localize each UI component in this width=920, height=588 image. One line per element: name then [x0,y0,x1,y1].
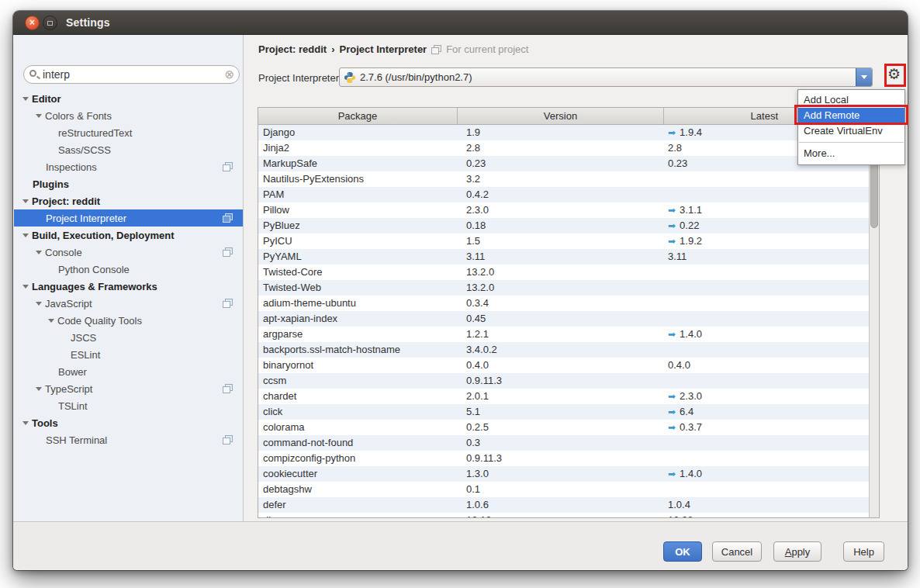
sidebar-item-label: Sass/SCSS [58,144,111,156]
expand-arrow-icon[interactable] [36,302,42,306]
interpreter-select[interactable]: 2.7.6 (/usr/bin/python2.7) [339,67,873,87]
titlebar[interactable]: × Settings [13,11,908,35]
sidebar-item-sass-scss[interactable]: Sass/SCSS [14,141,243,158]
expand-arrow-icon[interactable] [48,319,54,323]
menu-item-create-virtualenv[interactable]: Create VirtualEnv [798,123,904,139]
sidebar-item-project-interpreter[interactable]: Project Interpreter [14,209,243,227]
table-row[interactable]: defer1.0.61.0.4 [258,497,870,513]
table-row[interactable]: Nautilus-PyExtensions3.2 [258,171,870,187]
sidebar-item-build-execution-deployment[interactable]: Build, Execution, Deployment [14,227,243,244]
shared-settings-icon [223,162,233,171]
table-row[interactable]: Twisted-Web13.2.0 [258,280,870,296]
dialog-footer: OKCancelApplyHelp [13,521,908,570]
package-cell: argparse [263,328,303,340]
sidebar-item-tslint[interactable]: TSLint [14,397,243,414]
search-input[interactable] [43,67,221,82]
table-row[interactable]: command-not-found0.3 [258,435,870,451]
expand-arrow-icon[interactable] [36,387,42,391]
version-cell: 3.2 [466,173,480,185]
sidebar-item-label: JSCS [71,332,96,344]
sidebar-item-eslint[interactable]: ESLint [14,346,243,363]
upgrade-arrow-icon: ➡ [668,220,676,231]
table-row[interactable]: argparse1.2.1➡1.4.0 [258,327,870,342]
table-scrollbar[interactable] [869,125,879,517]
expand-arrow-icon[interactable] [22,421,29,425]
table-row[interactable]: PAM0.4.2 [258,187,870,202]
expand-arrow-icon[interactable] [36,251,42,254]
version-cell: 0.9.11.3 [466,375,502,386]
table-row[interactable]: chardet2.0.1➡2.3.0 [258,389,870,404]
table-row[interactable]: PyYAML3.113.11 [258,249,870,265]
table-row[interactable]: compizconfig-python0.9.11.3 [258,451,870,466]
sidebar-item-restructuredtext[interactable]: reStructuredText [14,124,243,141]
sidebar-item-ssh-terminal[interactable]: SSH Terminal [14,431,243,448]
table-row[interactable]: binaryornot0.4.00.4.0 [258,358,870,373]
column-header-package[interactable]: Package [258,108,458,125]
table-row[interactable]: Pillow2.3.0➡3.1.1 [258,202,870,218]
ok-button[interactable]: OK [663,541,702,562]
close-button[interactable]: × [25,16,40,30]
package-cell: PAM [263,189,284,200]
breadcrumb-project[interactable]: Project: reddit [258,43,327,55]
minimize-button[interactable] [43,16,57,30]
upgrade-arrow-icon: ➡ [668,329,676,340]
expand-arrow-icon[interactable] [22,199,29,203]
table-row[interactable]: colorama0.2.5➡0.3.7 [258,420,870,435]
table-row[interactable]: cookiecutter1.3.0➡1.4.0 [258,466,870,482]
table-row[interactable]: dirspec13.1013.08 [258,513,870,518]
sidebar-item-label: Project Interpreter [46,213,126,224]
clear-search-icon[interactable]: ⊗ [224,68,234,81]
table-row[interactable]: MarkupSafe0.230.23 [258,156,870,171]
search-box[interactable]: ⊗ [23,65,240,84]
table-row[interactable]: click5.1➡6.4 [258,404,870,420]
gear-icon[interactable]: ⚙ [887,66,901,83]
latest-cell: ➡6.4 [668,406,693,417]
upgrade-arrow-icon: ➡ [668,469,676,479]
sidebar-item-typescript[interactable]: TypeScript [14,380,243,397]
table-row[interactable]: PyICU1.5➡1.9.2 [258,233,870,249]
cancel-button[interactable]: Cancel [712,541,762,562]
table-row[interactable]: Twisted-Core13.2.0 [258,265,870,280]
sidebar-item-label: Languages & Frameworks [32,281,157,292]
sidebar-item-jscs[interactable]: JSCS [14,329,243,346]
sidebar-item-plugins[interactable]: Plugins [14,175,243,192]
sidebar-item-python-console[interactable]: Python Console [14,261,243,278]
sidebar-item-label: Python Console [58,264,130,275]
table-row[interactable]: apt-xapian-index0.45 [258,311,870,327]
package-cell: Twisted-Core [263,266,323,278]
table-row[interactable]: debtagshw0.1 [258,482,870,497]
help-button[interactable]: Help [843,541,884,562]
version-cell: 0.23 [466,157,486,169]
sidebar-item-javascript[interactable]: JavaScript [14,295,243,312]
sidebar-item-editor[interactable]: Editor [14,90,243,107]
sidebar-item-bower[interactable]: Bower [14,363,243,380]
table-row[interactable]: Jinja22.82.8 [258,140,870,156]
expand-arrow-icon[interactable] [36,114,42,118]
package-cell: colorama [263,421,304,433]
column-header-version[interactable]: Version [458,108,664,125]
latest-cell: 0.4.0 [668,359,690,371]
expand-arrow-icon[interactable] [22,285,29,289]
version-cell: 13.10 [466,514,492,518]
table-row[interactable]: ccsm0.9.11.3 [258,373,870,389]
table-row[interactable]: PyBluez0.18➡0.22 [258,218,870,233]
sidebar-item-languages-frameworks[interactable]: Languages & Frameworks [14,278,243,295]
package-cell: PyBluez [263,220,300,231]
expand-arrow-icon[interactable] [22,97,29,101]
sidebar-item-colors-fonts[interactable]: Colors & Fonts [14,107,243,124]
dropdown-arrow-button[interactable] [856,68,872,86]
menu-item-more[interactable]: More... [798,146,904,161]
expand-arrow-icon[interactable] [22,233,29,237]
sidebar-item-inspections[interactable]: Inspections [14,158,243,175]
table-row[interactable]: Django1.9➡1.9.4 [258,125,870,140]
apply-button[interactable]: Apply [773,541,821,562]
sidebar-item-project-reddit[interactable]: Project: reddit [14,192,243,209]
table-row[interactable]: backports.ssl-match-hostname3.4.0.2 [258,342,870,358]
sidebar-item-tools[interactable]: Tools [14,414,243,431]
latest-cell: 0.23 [668,157,687,169]
sidebar-item-code-quality-tools[interactable]: Code Quality Tools [14,312,243,329]
sidebar-item-console[interactable]: Console [14,244,243,261]
table-row[interactable]: adium-theme-ubuntu0.3.4 [258,296,870,311]
package-cell: chardet [263,390,296,402]
upgrade-arrow-icon: ➡ [668,391,676,402]
